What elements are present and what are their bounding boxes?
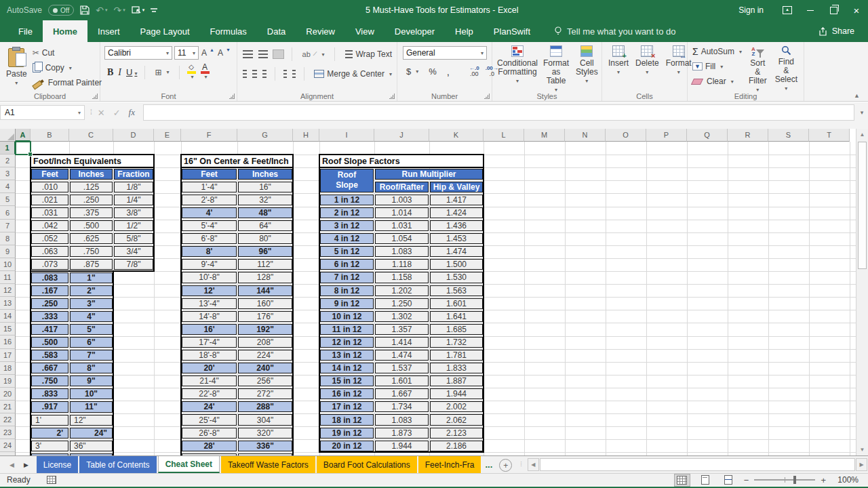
format-as-table-button[interactable]: Format as Table▾	[540, 44, 572, 96]
align-center-icon[interactable]	[252, 70, 256, 78]
align-top-icon[interactable]	[243, 50, 253, 58]
tell-me-box[interactable]: Tell me what you want to do	[554, 20, 675, 42]
font-color-button[interactable]: A	[201, 64, 210, 81]
autosum-button[interactable]: ΣAutoSum	[690, 44, 744, 59]
align-right-icon[interactable]	[262, 70, 267, 78]
ribbon-tab-view[interactable]: View	[345, 20, 384, 42]
font-name-combo[interactable]: Calibri▾	[104, 46, 172, 60]
column-header-n[interactable]: N	[565, 129, 606, 142]
name-box-splitter[interactable]: ⁞	[90, 110, 92, 115]
expand-formula-bar-icon[interactable]: ▾	[856, 109, 868, 116]
zoom-out-icon[interactable]: −	[744, 475, 749, 485]
column-header-b[interactable]: B	[31, 129, 69, 142]
ribbon-display-options-icon[interactable]: ▴	[776, 0, 799, 20]
number-dialog-launcher-icon[interactable]	[484, 94, 490, 99]
touch-mouse-mode-icon[interactable]	[132, 6, 145, 14]
page-layout-view-icon[interactable]	[698, 474, 713, 486]
find-select-button[interactable]: Find & Select▾	[772, 44, 801, 94]
normal-view-icon[interactable]	[675, 474, 690, 486]
ribbon-tab-page-layout[interactable]: Page Layout	[130, 20, 200, 42]
conditional-formatting-button[interactable]: Conditional Formatting▾	[495, 44, 540, 87]
row-header-18[interactable]: 18	[0, 362, 16, 375]
select-all-corner[interactable]	[0, 129, 16, 142]
ribbon-tab-data[interactable]: Data	[257, 20, 296, 42]
ribbon-tab-file[interactable]: File	[8, 20, 43, 42]
align-middle-icon[interactable]	[258, 50, 269, 58]
align-left-icon[interactable]	[243, 70, 247, 78]
customize-qat-icon[interactable]	[151, 7, 157, 14]
row-header-10[interactable]: 10	[0, 258, 16, 271]
row-header-16[interactable]: 16	[0, 336, 16, 348]
sheet-nav-left-icon[interactable]: ◀	[9, 462, 14, 468]
tab-scroll-splitter[interactable]: ⁞	[520, 456, 522, 473]
column-header-p[interactable]: P	[646, 129, 687, 142]
sort-filter-button[interactable]: AZ Sort & Filter▾	[744, 44, 772, 96]
row-header-13[interactable]: 13	[0, 297, 16, 310]
italic-button[interactable]: I	[118, 67, 121, 78]
sheet-tab-takeoff-waste-factors[interactable]: Takeoff Waste Factors	[221, 456, 315, 473]
horizontal-scrollbar[interactable]: ◀ ▶	[528, 458, 868, 471]
insert-function-icon[interactable]: fx	[129, 107, 135, 118]
increase-decimal-icon[interactable]: ←.0.00	[469, 66, 479, 77]
alignment-dialog-launcher-icon[interactable]	[389, 94, 395, 99]
redo-icon[interactable]: ↷	[113, 5, 125, 15]
column-header-g[interactable]: G	[237, 129, 293, 142]
row-header-7[interactable]: 7	[0, 220, 16, 232]
insert-cells-button[interactable]: + Insert▾	[605, 44, 632, 78]
column-header-m[interactable]: M	[524, 129, 565, 142]
row-header-19[interactable]: 19	[0, 375, 16, 388]
column-header-t[interactable]: T	[809, 129, 850, 142]
close-icon[interactable]: ×	[845, 0, 868, 20]
autosave-toggle[interactable]: Off	[48, 5, 74, 16]
row-header-17[interactable]: 17	[0, 349, 16, 362]
column-header-j[interactable]: J	[374, 129, 429, 142]
column-header-a[interactable]: A	[16, 129, 31, 142]
column-header-l[interactable]: L	[484, 129, 524, 142]
column-header-h[interactable]: H	[293, 129, 319, 142]
cancel-formula-icon[interactable]: ✕	[98, 108, 105, 118]
column-header-e[interactable]: E	[154, 129, 181, 142]
collapse-ribbon-icon[interactable]: ▲	[854, 92, 860, 99]
share-button[interactable]: Share	[818, 20, 868, 42]
horizontal-scroll-thumb[interactable]	[540, 458, 855, 471]
borders-button[interactable]: ⊞	[153, 65, 171, 80]
scroll-left-icon[interactable]: ◀	[528, 458, 539, 471]
sheet-tab-feet-inch-fra[interactable]: Feet-Inch-Fra	[418, 456, 481, 473]
clipboard-dialog-launcher-icon[interactable]	[92, 94, 98, 99]
vertical-scrollbar[interactable]: ▲ ▼	[856, 129, 868, 455]
delete-cells-button[interactable]: × Delete▾	[632, 44, 663, 78]
column-header-q[interactable]: Q	[687, 129, 728, 142]
ribbon-tab-planswift[interactable]: PlanSwift	[484, 20, 540, 42]
row-header-9[interactable]: 9	[0, 245, 16, 258]
ribbon-tab-developer[interactable]: Developer	[384, 20, 445, 42]
formula-input[interactable]	[143, 104, 854, 121]
fill-button[interactable]: ▼Fill	[690, 59, 744, 74]
zoom-slider[interactable]	[754, 479, 815, 481]
sheet-tab-board-foot-calculations[interactable]: Board Foot Calculations	[317, 456, 417, 473]
ribbon-tab-home[interactable]: Home	[43, 20, 87, 42]
sheet-tab-cheat-sheet[interactable]: Cheat Sheet	[158, 456, 220, 473]
row-header-5[interactable]: 5	[0, 193, 16, 206]
zoom-level[interactable]: 100%	[834, 475, 859, 485]
row-header-11[interactable]: 11	[0, 271, 16, 284]
paste-button[interactable]: Paste ▾	[3, 44, 31, 89]
enter-formula-icon[interactable]: ✓	[113, 108, 121, 118]
column-header-d[interactable]: D	[113, 129, 154, 142]
ribbon-tab-insert[interactable]: Insert	[87, 20, 130, 42]
scroll-down-icon[interactable]: ▼	[856, 444, 868, 455]
undo-icon[interactable]: ↶	[96, 5, 107, 15]
row-header-15[interactable]: 15	[0, 323, 16, 336]
cut-button[interactable]: ✂Cut	[31, 45, 104, 60]
underline-button[interactable]: U	[126, 67, 137, 77]
row-header-3[interactable]: 3	[0, 167, 16, 180]
wrap-text-button[interactable]: Wrap Text	[343, 47, 394, 62]
sign-in-button[interactable]: Sign in	[726, 5, 776, 15]
font-dialog-launcher-icon[interactable]	[229, 94, 235, 99]
zoom-in-icon[interactable]: +	[821, 475, 826, 485]
clear-button[interactable]: Clear	[690, 74, 744, 89]
scroll-right-icon[interactable]: ▶	[856, 458, 867, 471]
format-painter-button[interactable]: Format Painter	[31, 75, 104, 90]
column-header-k[interactable]: K	[429, 129, 484, 142]
minimize-icon[interactable]	[799, 0, 822, 20]
sheet-nav-right-icon[interactable]: ▶	[24, 462, 28, 468]
